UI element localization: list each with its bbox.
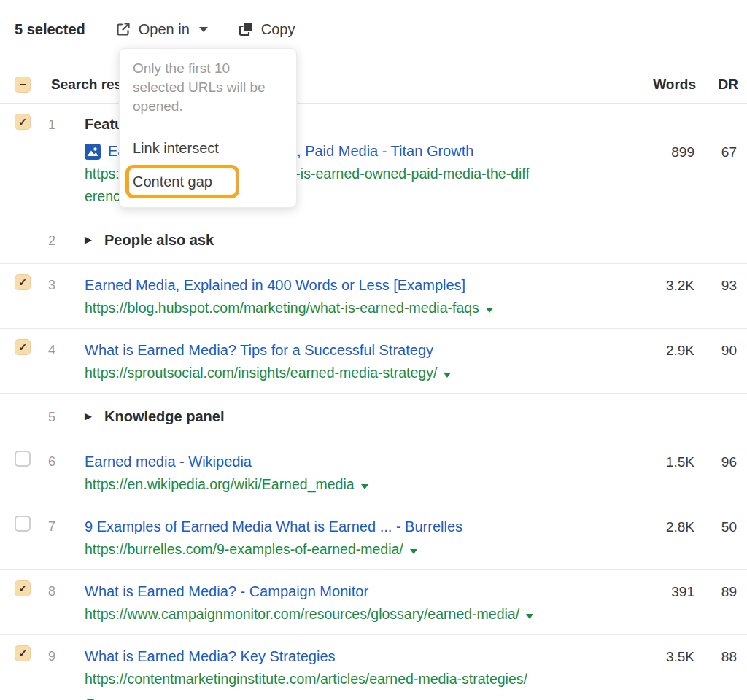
column-header-words: Words: [649, 77, 696, 93]
result-title-link[interactable]: What is Earned Media? Key Strategies: [85, 645, 336, 668]
dropdown-divider: [120, 125, 296, 125]
chevron-down-icon[interactable]: [410, 549, 417, 554]
words-value: 391: [648, 580, 694, 603]
words-value: 2.8K: [648, 516, 694, 538]
row-checkbox[interactable]: ✓: [15, 274, 31, 290]
column-header-dr: DR: [706, 77, 738, 93]
result-url: https://blog.hubspot.com/marketing/what-…: [85, 300, 479, 316]
selected-count: 5 selected: [15, 21, 85, 38]
table-body: ✓ 1 Featured snippet Earned Media, Owned…: [0, 104, 747, 700]
result-url: https://en.wikipedia.org/wiki/Earned_med…: [85, 476, 355, 492]
table-header-row: − Search results Words DR: [0, 66, 747, 104]
menu-item-content-gap[interactable]: Content gap: [133, 168, 283, 195]
row-checkbox[interactable]: ✓: [15, 645, 31, 661]
group-title[interactable]: Knowledge panel: [104, 406, 224, 427]
words-value: 1.5K: [648, 451, 694, 473]
result-title-link[interactable]: What is Earned Media? Tips for a Success…: [85, 339, 433, 362]
row-checkbox[interactable]: [15, 451, 31, 467]
dr-value: 90: [705, 339, 737, 362]
chevron-down-icon[interactable]: [486, 308, 493, 313]
words-value: 3.2K: [648, 274, 694, 297]
result-url-line: https://burrelles.com/9-examples-of-earn…: [85, 541, 417, 557]
chevron-down-icon: [199, 27, 208, 32]
chevron-down-icon[interactable]: [361, 484, 368, 489]
table-row: 7 9 Examples of Earned Media What is Ear…: [0, 505, 747, 570]
external-link-icon: [116, 22, 131, 36]
dr-value: 96: [705, 451, 737, 473]
result-url-line: https://www.campaignmonitor.com/resource…: [85, 606, 533, 622]
table-row: ✓ 8 What is Earned Media? - Campaign Mon…: [0, 570, 747, 635]
row-number: 2: [39, 230, 64, 252]
row-checkbox[interactable]: ✓: [15, 114, 31, 130]
dr-value: 88: [705, 645, 737, 668]
result-url: https://sproutsocial.com/insights/earned…: [85, 365, 437, 381]
table-row-group: 5 ▶ Knowledge panel: [0, 394, 747, 440]
dr-value: 50: [705, 516, 737, 538]
row-number: 6: [39, 451, 64, 473]
open-in-dropdown-menu: Only the first 10 selected URLs will be …: [119, 48, 297, 208]
row-number: 3: [39, 274, 64, 297]
select-all-checkbox[interactable]: −: [15, 77, 31, 93]
open-in-label: Open in: [139, 21, 190, 38]
row-checkbox[interactable]: ✓: [15, 580, 31, 596]
result-title-link[interactable]: 9 Examples of Earned Media What is Earne…: [85, 516, 462, 538]
result-url-line: https://blog.hubspot.com/marketing/what-…: [85, 300, 493, 316]
row-number: 4: [39, 339, 64, 362]
table-row: ✓ 4 What is Earned Media? Tips for a Suc…: [0, 329, 747, 394]
table-row: ✓ 3 Earned Media, Explained in 400 Words…: [0, 264, 747, 329]
table-row: 6 Earned media - Wikipedia https://en.wi…: [0, 440, 747, 505]
result-url-line: https://sproutsocial.com/insights/earned…: [85, 365, 451, 381]
copy-icon: [239, 22, 253, 36]
serp-results-panel: 5 selected Open in Copy: [0, 0, 747, 700]
words-value: 2.9K: [648, 339, 694, 362]
row-number: 7: [39, 516, 64, 538]
words-value: 3.5K: [648, 645, 694, 668]
row-checkbox[interactable]: ✓: [15, 339, 31, 355]
menu-item-link-intersect[interactable]: Link intersect: [133, 134, 283, 162]
dr-value: 93: [705, 274, 737, 297]
dropdown-hint-text: Only the first 10 selected URLs will be …: [133, 59, 283, 116]
copy-button[interactable]: Copy: [239, 21, 295, 38]
group-title[interactable]: People also ask: [104, 230, 214, 250]
copy-label: Copy: [261, 21, 295, 38]
row-number: 5: [39, 406, 64, 429]
result-title-link[interactable]: What is Earned Media? - Campaign Monitor: [85, 580, 368, 603]
result-title-link[interactable]: Earned media - Wikipedia: [85, 451, 252, 473]
row-number: 8: [39, 580, 64, 603]
image-icon: [85, 144, 101, 160]
annotation-highlight-ring: [125, 165, 239, 198]
bulk-actions-toolbar: 5 selected Open in Copy: [15, 18, 295, 41]
result-url: https://www.campaignmonitor.com/resource…: [85, 606, 519, 622]
row-number: 1: [39, 114, 64, 136]
chevron-down-icon[interactable]: [444, 373, 451, 378]
dr-value: 89: [705, 580, 737, 603]
result-title-link[interactable]: Earned Media, Explained in 400 Words or …: [85, 274, 465, 297]
triangle-right-icon[interactable]: ▶: [85, 230, 92, 250]
words-value: 899: [648, 141, 694, 163]
triangle-right-icon[interactable]: ▶: [85, 406, 92, 427]
table-row-group: 2 ▶ People also ask: [0, 217, 747, 264]
result-url: https://burrelles.com/9-examples-of-earn…: [85, 541, 403, 557]
results-table: − Search results Words DR ✓ 1 Featured s…: [0, 66, 747, 700]
row-number: 9: [39, 645, 64, 668]
row-checkbox[interactable]: [15, 516, 31, 532]
dr-value: 67: [705, 141, 737, 163]
table-row: ✓ 1 Featured snippet Earned Media, Owned…: [0, 104, 747, 217]
open-in-button[interactable]: Open in: [116, 21, 208, 38]
result-url: https://contentmarketinginstitute.com/ar…: [85, 671, 527, 687]
result-url-line: https://contentmarketinginstitute.com/ar…: [85, 671, 648, 700]
chevron-down-icon[interactable]: [526, 614, 533, 619]
result-url-line: https://en.wikipedia.org/wiki/Earned_med…: [85, 476, 368, 492]
table-row: ✓ 9 What is Earned Media? Key Strategies…: [0, 635, 747, 700]
